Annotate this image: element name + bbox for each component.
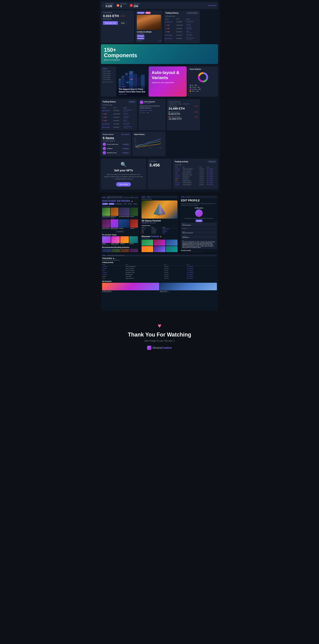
list-item[interactable] xyxy=(129,249,138,252)
hot-art-artist-2: Gorard Hofmane · 4.85 xyxy=(160,292,217,292)
list-item[interactable]: Waves on chain Gorard Hofmane xyxy=(111,236,120,245)
filter-chip[interactable]: All Items xyxy=(109,203,115,205)
pyramid-profile-frame: Neftly Search... Featured Artwork xyxy=(140,195,179,252)
edit-profile-subtitle: This is your preferred display name, cre… xyxy=(181,203,217,206)
trading-activity-items: 0 Purchase xyxy=(175,164,216,166)
edit-profile-frame: Neftly Search... EDIT PROFILE This is yo… xyxy=(180,195,218,252)
hot-artworks-title: Hot Artworks xyxy=(102,280,217,282)
ta-item-header: Item xyxy=(182,166,199,168)
filter-chip[interactable]: Motion xyxy=(128,203,132,205)
search-magnify-icon: 🔍 xyxy=(104,162,143,168)
filter-chip[interactable]: Featured xyxy=(102,203,108,205)
svg-text:0.40: 0.40 xyxy=(134,140,136,141)
list-item[interactable]: Sashy Pyramid xyxy=(102,219,110,230)
legend-item: Listings101 xyxy=(190,86,216,88)
table-row: ◆ Purchase 0.11 ETH Ann Freuler 2 days a… xyxy=(102,122,136,126)
profile-field[interactable]: BrunoKey xyxy=(181,227,217,230)
in-review-label: In Review xyxy=(120,3,127,5)
trading-activity-label: Trading Activity xyxy=(102,262,217,263)
search-input-4[interactable]: Search by tags, themes, artists, ads... xyxy=(107,255,217,256)
table-row: Offer Zogged Starvomf... 0.21 ETH MR. FR… xyxy=(175,180,216,182)
pre-auction-title: Pre Auction Today xyxy=(102,234,138,236)
search-input-discover[interactable]: Search by tags, themes, artists, ads... xyxy=(107,196,123,199)
purchase-btn-1[interactable]: Purchase xyxy=(137,35,144,37)
sort-button[interactable]: Sort By Latest ▾ xyxy=(186,12,198,14)
thank-you-subtitle: Don't Forget To Like This Item :) xyxy=(102,340,217,342)
rejected-item: ✕ Rejected 234 xyxy=(130,3,139,8)
legend-item: Bid201 xyxy=(190,84,216,86)
thank-you-title: Thank You For Watching xyxy=(102,332,217,338)
brand-name: DhuhaCreative xyxy=(153,346,172,350)
view-report-link[interactable]: View Report xyxy=(208,5,216,6)
list-item[interactable]: Riverside xyxy=(119,219,130,230)
load-more-button[interactable]: Load More xyxy=(115,230,125,233)
list-item[interactable]: The eye xyxy=(130,208,138,219)
svg-text:2 Aug: 2 Aug xyxy=(149,147,151,148)
table-row: Auction Youth PQRA 0.22 ETH MR. FR0N0Z xyxy=(175,178,216,180)
nav-forum[interactable]: Forum xyxy=(134,197,138,198)
list-item[interactable]: Cachito Daniel Hofmane xyxy=(102,236,111,245)
list-item: 3,188 Visitors xyxy=(102,72,115,74)
table-row: Purchase Berg Balance Scale 0.22 ETH MR.… xyxy=(175,174,216,176)
save-button[interactable]: Save xyxy=(119,21,127,25)
list-item[interactable]: Insomnia xyxy=(130,219,138,230)
table-row: Purchase Catherine Bangnyfe S... 0.22 ET… xyxy=(175,168,216,170)
list-item[interactable] xyxy=(154,246,165,252)
profile-field[interactable]: NameBruno Bangnyfe xyxy=(181,223,217,226)
trading-activity-title: Trading Activity xyxy=(175,160,188,163)
social-link-1[interactable]: Share/facebook.instagram.com/nef... xyxy=(181,252,203,252)
sort-button-2[interactable]: Latest ▾ xyxy=(128,100,136,103)
start-selling-button[interactable]: Start selling xyxy=(116,182,131,186)
filter-chip[interactable]: Photography xyxy=(115,203,123,205)
nav-neftly[interactable]: Neftly xyxy=(130,197,133,198)
list-item: 3,240 Visitors xyxy=(102,70,115,72)
table-row: Offer Zogged Starvomf... 0.21 ETH MR. FR… xyxy=(102,277,217,279)
brand-logo: DhuhaCreative xyxy=(102,346,217,350)
list-item[interactable] xyxy=(142,240,153,246)
table-row: ✕ Offer 0.201 ETH LUCHO 2 days ago xyxy=(165,24,198,27)
upload-button[interactable]: Upload xyxy=(196,220,202,222)
list-item[interactable] xyxy=(166,246,177,252)
purchase-now-button[interactable]: Purchase now xyxy=(103,21,118,25)
list-item[interactable]: GreenForce Wolfgang Sandmen xyxy=(111,208,118,219)
list-item[interactable] xyxy=(154,240,165,246)
profile-field[interactable]: LocationIndianapolis xyxy=(181,235,217,239)
search-input-2[interactable]: Search... xyxy=(146,196,177,198)
rejected-value: 234 xyxy=(134,5,139,8)
total-items-label: Total Items xyxy=(149,160,170,162)
discover-results-2: 3.15 M results xyxy=(142,238,177,239)
event-statistic-card: Event Statistic Bid201Listings101Purchas… xyxy=(188,66,218,96)
review-view-report[interactable]: View Report xyxy=(121,134,129,135)
hot-art-name-2: Waves on chain xyxy=(160,290,217,292)
svg-text:0.20: 0.20 xyxy=(134,142,136,143)
list-item[interactable]: Waves on chain Gorard Hofmane xyxy=(111,219,118,230)
filter-chip[interactable]: NFT xyxy=(123,203,127,205)
global-earning-label: Global Earning xyxy=(170,111,179,113)
list-item[interactable]: Riverside xyxy=(120,236,129,245)
list-item[interactable]: Medium Stuff Bundle xyxy=(120,249,129,252)
table-row: Offer 0.201 ETH LUCHO xyxy=(142,230,177,231)
table-row: Purchase Crazy Lizard Army 0.22 ETH MR. … xyxy=(175,184,216,186)
nav-discover[interactable]: Discover xyxy=(124,197,129,198)
list-item[interactable]: Vice Squad Candyman xyxy=(119,208,130,219)
list-item[interactable]: Medium Stuff Bundle xyxy=(102,249,111,252)
list-item[interactable]: Medium Stuff Bundle xyxy=(111,249,120,252)
purchase-btn-2[interactable]: Purchase xyxy=(137,38,144,40)
neftly-logo-discover: Neftly xyxy=(102,197,106,198)
filter-chip[interactable]: Latest xyxy=(133,203,138,205)
profile-field[interactable]: EmailAdd your email here xyxy=(181,230,217,234)
list-item[interactable]: Insomnia xyxy=(129,236,138,245)
trading-filter-button[interactable]: Filter By ▾ xyxy=(208,160,216,163)
discover-title-2: Discover Artwork ⚡ xyxy=(142,235,177,238)
legend-item: Purchase265 xyxy=(190,88,216,90)
heart-icon: ♥ xyxy=(102,322,217,329)
profile-field[interactable]: BioI am from Indianapolis, IN, USA. I cr… xyxy=(181,240,217,249)
review-queue-card: Review Queue View Report 5 items in revi… xyxy=(101,132,131,156)
table-row: Offer 0.10 ETH Stefano64 xyxy=(142,231,177,232)
list-item[interactable] xyxy=(142,246,153,252)
rare-badge: Rare xyxy=(145,12,151,14)
search-input-3[interactable]: Search... xyxy=(185,196,217,198)
list-item[interactable]: Lonely as always Littto Lamperd xyxy=(102,208,110,219)
photo-desc: We recommend an image of at least 400x40… xyxy=(181,218,217,219)
list-item[interactable] xyxy=(166,240,177,246)
